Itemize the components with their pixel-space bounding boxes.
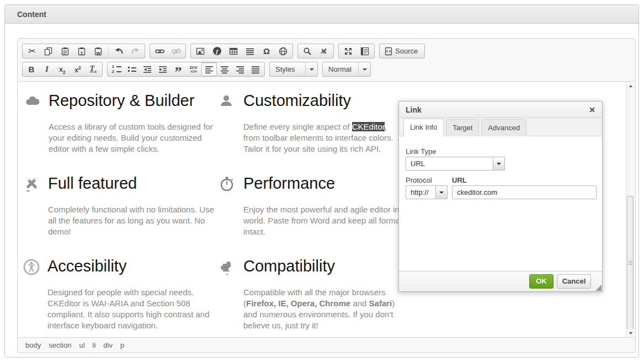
tab-advanced[interactable]: Advanced	[481, 119, 526, 136]
path-item-ul[interactable]: ul	[79, 341, 84, 349]
dialog-titlebar[interactable]: Link ✕	[399, 102, 602, 118]
scrollbar-thumb[interactable]	[627, 196, 634, 329]
subscript-button[interactable]: x2	[55, 62, 70, 76]
blockquote-icon: ”	[175, 70, 182, 74]
section-text: Designed for people with special needs. …	[47, 287, 225, 331]
align-right-button[interactable]	[232, 62, 248, 76]
undo-button[interactable]	[110, 44, 127, 58]
replace-button[interactable]: b a	[316, 44, 332, 58]
div-container-icon: DIV</>	[190, 66, 198, 73]
flash-icon: f	[213, 47, 221, 55]
horizontal-rule-icon	[246, 47, 254, 56]
align-left-icon	[205, 65, 214, 74]
italic-icon: I	[45, 65, 49, 74]
cut-icon: ✂	[28, 46, 35, 56]
section-text: Completely functional with no limitation…	[48, 204, 219, 237]
section-customizability: Customizability Define every single aspe…	[219, 92, 405, 155]
source-button[interactable]: Source	[381, 44, 423, 58]
redo-button[interactable]	[127, 44, 143, 58]
tab-link-info[interactable]: Link Info	[403, 119, 444, 136]
table-button[interactable]	[225, 44, 242, 58]
maximize-button[interactable]	[340, 44, 356, 58]
paste-text-button[interactable]: T	[73, 44, 90, 58]
arrow-up-icon	[629, 85, 632, 87]
justify-icon	[251, 65, 260, 74]
chevron-down-icon	[305, 62, 317, 76]
bold-icon: B	[29, 65, 35, 74]
italic-button[interactable]: I	[39, 62, 55, 76]
section-full-featured: Full featured Completely functional with…	[23, 174, 219, 237]
blockquote-button[interactable]: ”	[171, 62, 186, 76]
source-icon	[384, 47, 393, 56]
link-type-label: Link Type	[406, 147, 436, 156]
path-item-body[interactable]: body	[25, 341, 41, 349]
remove-format-icon: Tx	[89, 65, 97, 74]
justify-button[interactable]	[248, 62, 263, 76]
table-icon	[229, 47, 238, 56]
special-char-button[interactable]: Ω	[258, 44, 275, 58]
close-icon[interactable]: ✕	[589, 105, 595, 114]
remove-format-button[interactable]: Tx	[86, 62, 101, 76]
cancel-button[interactable]: Cancel	[557, 274, 591, 289]
undo-icon	[114, 47, 124, 56]
bulleted-list-button[interactable]	[124, 62, 140, 76]
format-dropdown[interactable]: Normal	[322, 62, 371, 77]
path-item-section[interactable]: section	[49, 341, 71, 349]
align-left-button[interactable]	[201, 62, 217, 76]
scroll-down-button[interactable]	[626, 329, 635, 337]
link-icon	[155, 47, 164, 56]
section-repository: Repository & Builder Access a library of…	[24, 92, 224, 155]
paste-button[interactable]	[57, 44, 73, 58]
globe-icon	[279, 47, 288, 56]
clipboard-group: ✂ T W	[22, 44, 145, 58]
resize-grip[interactable]	[595, 285, 602, 291]
find-group: b a	[297, 44, 334, 58]
flash-button[interactable]: f	[209, 44, 225, 58]
dialog-tabs: Link Info Target Advanced	[399, 118, 602, 136]
path-item-p[interactable]: p	[120, 341, 124, 349]
scroll-up-button[interactable]	[626, 82, 635, 90]
subscript-icon: x2	[59, 64, 66, 75]
protocol-value: http://	[406, 186, 435, 199]
ok-button[interactable]: OK	[529, 274, 553, 289]
find-button[interactable]	[299, 44, 316, 58]
dialog-title: Link	[406, 105, 589, 114]
url-input[interactable]	[452, 185, 597, 199]
show-blocks-button[interactable]	[356, 44, 373, 58]
tools-icon	[23, 175, 41, 193]
section-text: Compatible with all the major browsers (…	[243, 287, 410, 331]
section-accessibility: Accesibility Designed for people with sp…	[23, 257, 225, 331]
bold-button[interactable]: B	[24, 62, 39, 76]
paragraph-group: 1 2 ”	[107, 62, 265, 77]
section-title: Accesibility	[47, 257, 126, 275]
styles-dropdown[interactable]: Styles	[269, 62, 318, 77]
align-center-button[interactable]	[217, 62, 232, 76]
link-type-select[interactable]: URL	[406, 157, 505, 171]
editor-scrollbar[interactable]	[626, 82, 635, 337]
text-selection: CKEditor	[352, 122, 385, 131]
path-item-li[interactable]: li	[93, 341, 96, 349]
basicstyles-group: B I x2 x2 Tx	[22, 62, 103, 77]
iframe-button[interactable]	[275, 44, 291, 58]
protocol-select[interactable]: http://	[406, 185, 448, 199]
path-item-div[interactable]: div	[103, 341, 113, 349]
dialog-body: Link Type URL Protocol http:// URL	[399, 136, 602, 272]
image-button[interactable]	[192, 44, 209, 58]
cut-button[interactable]: ✂	[24, 44, 40, 58]
paste-icon	[61, 47, 70, 56]
tab-target[interactable]: Target	[446, 119, 479, 136]
link-button[interactable]	[151, 44, 168, 58]
toolbar-row-2: B I x2 x2 Tx 1 2	[22, 62, 375, 77]
source-group: Source	[379, 44, 425, 58]
numbered-list-button[interactable]: 1 2	[109, 62, 124, 76]
redo-icon	[131, 47, 140, 56]
outdent-button[interactable]	[140, 62, 155, 76]
copy-button[interactable]	[40, 44, 57, 58]
unlink-button[interactable]	[168, 44, 184, 58]
horizontal-rule-button[interactable]	[242, 44, 258, 58]
puzzle-icon	[219, 258, 236, 276]
indent-button[interactable]	[155, 62, 171, 76]
paste-word-button[interactable]: W	[90, 44, 107, 58]
superscript-button[interactable]: x2	[70, 62, 86, 76]
div-container-button[interactable]: DIV</>	[186, 62, 201, 76]
